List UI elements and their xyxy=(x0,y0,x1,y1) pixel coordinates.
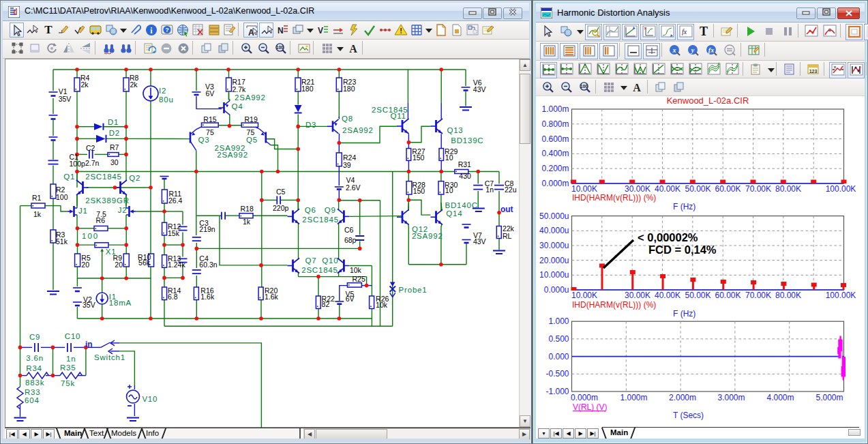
svg-text:Q3: Q3 xyxy=(198,136,210,144)
svg-text:100: 100 xyxy=(276,45,284,50)
svg-text:R19: R19 xyxy=(245,115,258,123)
svg-text:x: x xyxy=(672,46,676,54)
svg-text:in: in xyxy=(85,340,93,349)
svg-text:out: out xyxy=(500,205,513,214)
svg-text:V10: V10 xyxy=(142,395,158,403)
svg-text:123: 123 xyxy=(809,69,818,74)
svg-text:883k: 883k xyxy=(25,379,44,387)
svg-text:2.7n: 2.7n xyxy=(85,159,100,167)
svg-text:R6: R6 xyxy=(96,216,106,224)
svg-text:2.6V: 2.6V xyxy=(346,183,361,192)
svg-text:6V: 6V xyxy=(206,89,215,98)
svg-text:R35: R35 xyxy=(60,364,76,372)
svg-text:A: A xyxy=(633,82,641,93)
svg-text:C10: C10 xyxy=(65,332,81,340)
svg-text:R31: R31 xyxy=(458,160,471,168)
svg-text:68p: 68p xyxy=(344,236,357,244)
svg-text:20: 20 xyxy=(81,261,89,269)
svg-text:J1: J1 xyxy=(78,207,88,215)
svg-text:R18: R18 xyxy=(241,205,254,213)
svg-text:2SA992: 2SA992 xyxy=(235,93,266,102)
svg-text:430: 430 xyxy=(459,172,471,180)
svg-text:10k: 10k xyxy=(376,301,388,309)
svg-text:15k: 15k xyxy=(168,229,180,237)
svg-text:J2: J2 xyxy=(118,206,128,214)
svg-text:35V: 35V xyxy=(59,95,72,103)
svg-text:Q13: Q13 xyxy=(447,126,463,134)
svg-text:R1: R1 xyxy=(32,194,42,202)
svg-text:35V: 35V xyxy=(83,301,95,309)
svg-text:10k: 10k xyxy=(350,266,362,274)
svg-text:Q9: Q9 xyxy=(325,206,336,214)
svg-text:Probe1: Probe1 xyxy=(399,286,428,294)
svg-text:BD139C: BD139C xyxy=(451,136,483,145)
svg-text:2SA992: 2SA992 xyxy=(342,126,374,134)
svg-text:A: A xyxy=(349,43,357,55)
svg-text:80u: 80u xyxy=(159,95,174,104)
svg-text:18mA: 18mA xyxy=(109,299,132,307)
svg-text:N: N xyxy=(278,26,284,35)
svg-text:Switch1: Switch1 xyxy=(94,353,125,361)
svg-text:100: 100 xyxy=(580,84,588,89)
svg-text:V: V xyxy=(318,26,323,35)
svg-text:150: 150 xyxy=(413,187,425,195)
svg-text:1k: 1k xyxy=(33,210,42,218)
svg-text:BD140C: BD140C xyxy=(445,201,478,209)
svg-text:180: 180 xyxy=(343,85,355,93)
svg-text:C9: C9 xyxy=(29,333,40,341)
svg-text:Q4: Q4 xyxy=(232,102,243,110)
svg-text:6.8: 6.8 xyxy=(168,293,178,301)
svg-text:I2: I2 xyxy=(159,87,166,95)
svg-text:100: 100 xyxy=(56,193,68,201)
svg-text:R24: R24 xyxy=(343,153,356,162)
svg-text:26.4: 26.4 xyxy=(168,196,183,205)
svg-text:3.6n: 3.6n xyxy=(26,354,44,362)
svg-text:2SC1845: 2SC1845 xyxy=(302,216,339,224)
svg-text:1n: 1n xyxy=(485,186,494,194)
svg-text:100p: 100p xyxy=(70,160,86,168)
svg-text:Q10: Q10 xyxy=(322,256,338,265)
svg-text:R33: R33 xyxy=(25,388,41,396)
svg-text:R15: R15 xyxy=(203,115,216,123)
svg-text:Q8: Q8 xyxy=(342,115,353,123)
svg-text:60.3n: 60.3n xyxy=(199,261,217,269)
svg-text:fx: fx xyxy=(708,46,714,54)
svg-text:220p: 220p xyxy=(273,204,289,212)
svg-text:22u: 22u xyxy=(505,186,517,194)
svg-text:1n: 1n xyxy=(66,355,76,363)
svg-text:2SA992: 2SA992 xyxy=(217,151,248,159)
svg-text:Q11: Q11 xyxy=(390,112,406,120)
svg-text:2SC1845: 2SC1845 xyxy=(301,266,338,274)
svg-text:219n: 219n xyxy=(199,225,215,233)
svg-text:Q6: Q6 xyxy=(305,206,316,214)
svg-text:75k: 75k xyxy=(61,379,75,387)
svg-text:C2: C2 xyxy=(86,144,95,152)
svg-text:39: 39 xyxy=(343,161,351,169)
svg-text:1.24k: 1.24k xyxy=(168,261,185,269)
svg-text:RL: RL xyxy=(503,232,512,240)
svg-text:2SC1845: 2SC1845 xyxy=(85,173,122,181)
svg-text:!: ! xyxy=(400,27,402,35)
svg-text:10: 10 xyxy=(445,186,453,194)
svg-text:56k: 56k xyxy=(138,258,151,267)
svg-text:180: 180 xyxy=(301,85,314,93)
svg-text:604: 604 xyxy=(25,396,40,404)
svg-text:D3: D3 xyxy=(305,121,316,129)
svg-text:2k: 2k xyxy=(80,80,89,89)
svg-text:43V: 43V xyxy=(473,237,486,246)
svg-text:Q7: Q7 xyxy=(305,256,317,265)
svg-text:C6: C6 xyxy=(344,226,354,234)
svg-text:?: ? xyxy=(165,27,169,33)
svg-text:82: 82 xyxy=(322,300,330,308)
svg-text:2k: 2k xyxy=(130,80,138,89)
svg-text:22k: 22k xyxy=(503,224,515,233)
svg-text:D2: D2 xyxy=(109,129,120,137)
svg-text:1.6k: 1.6k xyxy=(265,293,279,301)
svg-text:Q1: Q1 xyxy=(63,173,75,181)
svg-text:20: 20 xyxy=(115,261,123,269)
svg-text:10: 10 xyxy=(445,153,453,162)
svg-text:43V: 43V xyxy=(473,85,486,93)
svg-text:y: y xyxy=(691,46,695,54)
svg-text:Q2: Q2 xyxy=(129,174,140,182)
svg-text:2.7k: 2.7k xyxy=(233,85,247,93)
